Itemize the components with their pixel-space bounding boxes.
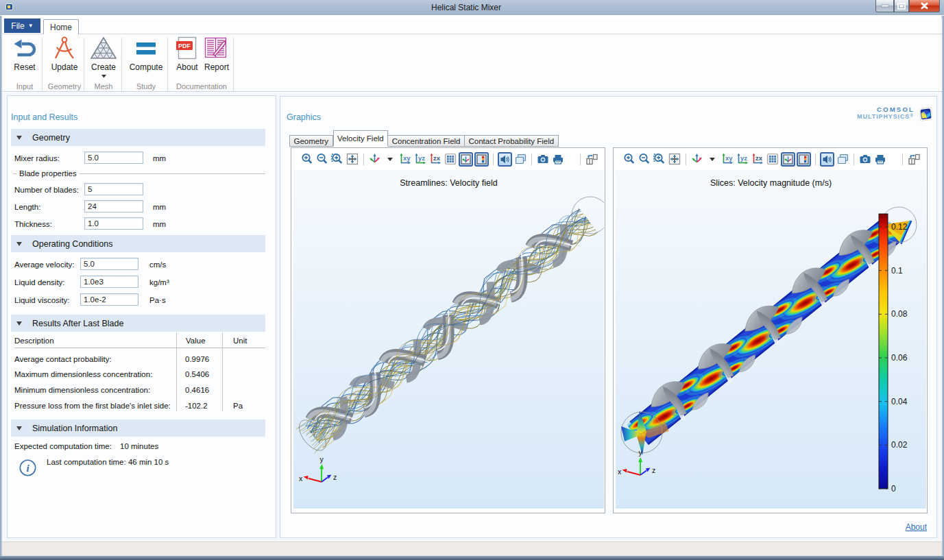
svg-text:zx: zx (433, 154, 441, 162)
svg-text:0.08: 0.08 (891, 309, 908, 319)
svg-text:PDF: PDF (178, 42, 191, 49)
svg-text:0: 0 (891, 484, 896, 494)
svg-text:x: x (299, 474, 303, 483)
svg-text:y: y (639, 448, 643, 456)
svg-text:yz: yz (418, 154, 425, 162)
svg-text:yz: yz (740, 154, 747, 162)
svg-text:0.06: 0.06 (891, 353, 908, 363)
svg-text:0.12: 0.12 (891, 222, 908, 232)
svg-text:z: z (333, 473, 337, 481)
svg-text:y: y (320, 455, 324, 463)
svg-text:z: z (652, 466, 655, 474)
svg-text:0.02: 0.02 (891, 440, 908, 450)
svg-text:zx: zx (755, 154, 763, 162)
svg-text:0.04: 0.04 (891, 397, 908, 406)
svg-text:0.1: 0.1 (891, 266, 903, 276)
svg-text:xy: xy (725, 154, 733, 162)
svg-text:xy: xy (403, 154, 411, 162)
svg-text:x: x (618, 467, 622, 476)
